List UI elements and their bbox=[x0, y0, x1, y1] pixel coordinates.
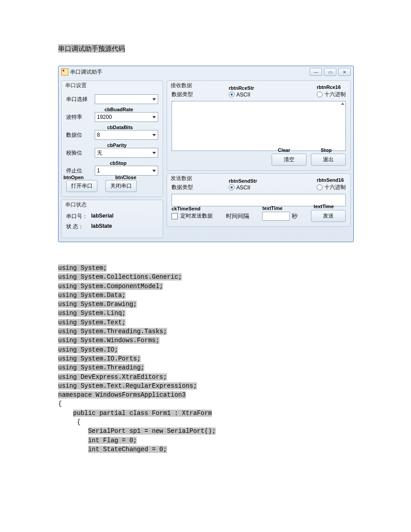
rx-textarea[interactable] bbox=[172, 101, 346, 151]
stop-combo[interactable]: 1 bbox=[95, 166, 158, 176]
port-number-label: 串口号： bbox=[66, 213, 91, 220]
titlebar: 串口调试助手 — ▭ ✕ bbox=[59, 66, 353, 79]
btn-open-anno: btnOpen bbox=[63, 175, 84, 180]
clear-anno: Clear bbox=[278, 147, 290, 153]
chevron-down-icon bbox=[152, 98, 156, 101]
stop-value: 1 bbox=[97, 168, 100, 174]
rx-ascii-label: ASCII bbox=[236, 92, 250, 98]
rx-ascii-anno: rbtnRceStr bbox=[229, 85, 254, 91]
serial-settings-group: 串口设置 串口选择 cbBuadRate 波特率 19200 bbox=[61, 80, 163, 197]
stop-anno: cbStop bbox=[110, 160, 126, 166]
open-port-button[interactable]: 打开串口 bbox=[66, 180, 97, 192]
chevron-down-icon bbox=[152, 134, 156, 136]
exit-button[interactable]: 退出 bbox=[311, 154, 346, 166]
state-label: 状 态： bbox=[66, 223, 91, 230]
baud-value: 19200 bbox=[97, 114, 112, 120]
databits-combo[interactable]: 8 bbox=[95, 130, 158, 140]
rx-hex-radio[interactable] bbox=[317, 92, 323, 97]
databits-label: 数据位 bbox=[66, 131, 95, 139]
document-title: 串口调试助手预源代码 bbox=[58, 44, 125, 53]
code-block: using System;using System.Collections.Ge… bbox=[58, 264, 353, 454]
close-port-button[interactable]: 关闭串口 bbox=[105, 180, 137, 192]
timed-send-checkbox[interactable] bbox=[172, 213, 178, 219]
port-number-value: labSerial bbox=[91, 213, 113, 220]
serial-status-title: 串口状态 bbox=[65, 201, 87, 209]
time-input-anno: textTime bbox=[262, 205, 282, 211]
maximize-button[interactable]: ▭ bbox=[324, 68, 336, 76]
tx-type-label: 数据类型 bbox=[172, 184, 193, 191]
chevron-down-icon bbox=[152, 152, 156, 154]
stop-anno: Stop bbox=[321, 147, 331, 153]
databits-value: 8 bbox=[97, 132, 100, 138]
port-select-combo[interactable] bbox=[95, 94, 158, 104]
app-window: 串口调试助手 — ▭ ✕ 串口设置 串口选择 bbox=[58, 66, 354, 242]
chevron-down-icon bbox=[152, 116, 156, 118]
parity-value: 无 bbox=[97, 149, 102, 157]
receive-group: 接收数据 数据类型 rbtnRceStr ASCII rbtnRce16 十六进… bbox=[167, 80, 351, 171]
baud-anno: cbBuadRate bbox=[105, 107, 133, 112]
rx-hex-label: 十六进制 bbox=[324, 91, 346, 98]
baud-combo[interactable]: 19200 bbox=[95, 112, 158, 122]
tx-hex-anno: rbtnSend16 bbox=[317, 177, 344, 183]
serial-settings-title: 串口设置 bbox=[65, 82, 87, 89]
send-button[interactable]: 发送 bbox=[311, 210, 346, 222]
tx-ascii-anno: rbtnSendStr bbox=[229, 178, 257, 184]
tx-ascii-label: ASCII bbox=[236, 184, 250, 191]
window-title: 串口调试助手 bbox=[70, 68, 102, 76]
scroll-up-icon bbox=[341, 102, 344, 105]
send-title: 发送数据 bbox=[171, 175, 192, 182]
time-input[interactable] bbox=[262, 212, 290, 221]
rx-ascii-radio[interactable] bbox=[229, 92, 235, 97]
send-group: 发送数据 数据类型 rbtnSendStr ASCII rbtnSend16 十… bbox=[167, 173, 351, 227]
state-value: labState bbox=[91, 223, 112, 230]
parity-label: 校验位 bbox=[66, 149, 95, 157]
receive-title: 接收数据 bbox=[171, 82, 192, 89]
parity-anno: cbParity bbox=[107, 142, 126, 148]
rx-type-label: 数据类型 bbox=[172, 91, 193, 98]
ck-time-anno: ckTimeSend bbox=[172, 206, 201, 211]
clear-button[interactable]: 清空 bbox=[272, 154, 306, 166]
chevron-down-icon bbox=[152, 170, 156, 172]
tx-ascii-radio[interactable] bbox=[229, 184, 235, 190]
databits-anno: cbDataBits bbox=[107, 125, 133, 130]
parity-combo[interactable]: 无 bbox=[95, 148, 158, 158]
port-select-label: 串口选择 bbox=[66, 96, 95, 103]
baud-label: 波特率 bbox=[66, 113, 95, 121]
tx-hex-label: 十六进制 bbox=[324, 184, 346, 191]
send-btn-anno: textTime bbox=[314, 204, 334, 209]
rx-hex-anno: rbtnRce16 bbox=[317, 84, 341, 90]
seconds-label: 秒 bbox=[292, 212, 298, 220]
timed-send-label: 定时发送数据 bbox=[180, 212, 213, 220]
interval-label: 时间间隔 bbox=[226, 212, 249, 220]
btn-close-anno: btnClose bbox=[115, 175, 136, 180]
window-icon bbox=[61, 68, 68, 75]
close-button[interactable]: ✕ bbox=[338, 68, 351, 76]
minimize-button[interactable]: — bbox=[310, 68, 322, 76]
serial-status-group: 串口状态 串口号： labSerial 状 态： labState bbox=[61, 200, 163, 238]
stop-label: 停止位 bbox=[66, 167, 95, 175]
tx-hex-radio[interactable] bbox=[317, 184, 323, 190]
